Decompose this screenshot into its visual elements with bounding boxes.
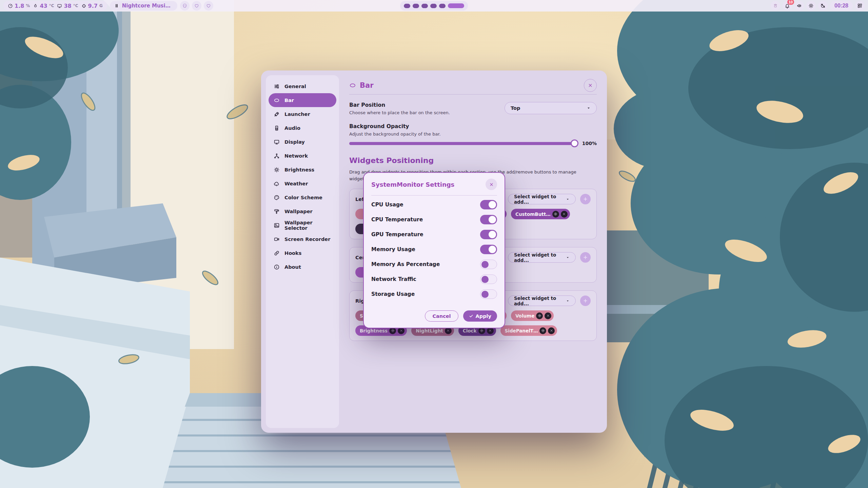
sidebar-item-audio[interactable]: Audio <box>269 121 336 135</box>
toggle-network-traffic[interactable] <box>480 274 497 284</box>
workspace-dot[interactable] <box>439 4 446 8</box>
chip-label: Volume <box>515 313 534 319</box>
chip-remove-button[interactable] <box>545 312 551 319</box>
media-player-pill[interactable]: Nightcore Music Mix 20… <box>110 1 177 11</box>
toggle-knob <box>489 231 496 238</box>
chip-settings-button[interactable] <box>539 327 546 334</box>
sidebar-item-label: Launcher <box>284 111 310 117</box>
toggle-label: CPU Usage <box>371 202 403 208</box>
gear-icon <box>541 329 545 332</box>
page-title: Bar <box>360 81 374 89</box>
toggle-gpu-temperature[interactable] <box>480 230 497 239</box>
toggle-memory-usage[interactable] <box>480 245 497 254</box>
sidebar-item-hooks[interactable]: Hooks <box>269 246 336 260</box>
sidebar-item-label: Wallpaper Selector <box>284 220 331 231</box>
sidebar-item-label: Wallpaper <box>284 209 313 214</box>
add-widget-select[interactable]: Select widget to add... <box>508 194 576 204</box>
notifications-button[interactable]: 10 <box>783 1 792 11</box>
bar-position-label: Bar Position <box>349 102 450 108</box>
heart-icon <box>194 3 199 8</box>
sidebar-item-screen-recorder[interactable]: Screen Recorder <box>269 232 336 246</box>
skull-icon <box>182 3 188 8</box>
system-stats-pill[interactable]: 1.8%43°C38°C9.7G <box>3 1 107 11</box>
toggle-storage-usage[interactable] <box>480 289 497 299</box>
add-widget-select[interactable]: Select widget to add... <box>508 296 576 306</box>
brightness-button[interactable] <box>806 1 816 11</box>
toggle-memory-as-percentage[interactable] <box>480 260 497 269</box>
workspace-dot[interactable] <box>430 4 437 8</box>
opacity-slider[interactable] <box>349 142 577 145</box>
toggle-label: Memory As Percentage <box>371 261 440 267</box>
workspace-active[interactable] <box>448 3 464 8</box>
toggle-cpu-usage[interactable] <box>480 200 497 209</box>
volume-icon <box>796 3 802 8</box>
add-widget-select[interactable]: Select widget to add... <box>508 252 576 263</box>
night-light-button[interactable] <box>818 1 828 11</box>
add-widget-button[interactable] <box>580 194 591 204</box>
paw-icon <box>773 3 778 8</box>
toggle-row-cpu-usage: CPU Usage <box>371 197 497 212</box>
widget-chip-volume[interactable]: Volume <box>511 310 554 321</box>
chip-remove-button[interactable] <box>561 211 568 218</box>
background-opacity-label: Background Opacity <box>349 123 597 129</box>
toggle-label: Memory Usage <box>371 246 415 252</box>
weather-icon <box>274 181 280 187</box>
chip-label: SidePanelT… <box>505 328 538 333</box>
top-bar-right: 10 00:28 <box>771 1 865 11</box>
workspace-dot[interactable] <box>404 4 410 8</box>
chip-settings-button[interactable] <box>536 312 543 319</box>
close-icon <box>446 329 450 332</box>
add-widget-button[interactable] <box>580 296 591 306</box>
apply-button[interactable]: Apply <box>463 310 497 322</box>
moon-off-icon <box>820 3 826 8</box>
sidebar-item-brightness[interactable]: Brightness <box>269 163 336 177</box>
sidebar-item-launcher[interactable]: Launcher <box>269 107 336 121</box>
system-stat: 9.7G <box>81 3 103 9</box>
sidebar-item-color-scheme[interactable]: Color Scheme <box>269 190 336 204</box>
clock[interactable]: 00:28 <box>830 1 853 11</box>
sidebar-item-label: Display <box>284 139 305 145</box>
sidebar-item-weather[interactable]: Weather <box>269 177 336 190</box>
sidebar-item-wallpaper-selector[interactable]: Wallpaper Selector <box>269 218 336 232</box>
sidebar-item-display[interactable]: Display <box>269 135 336 149</box>
widget-chip-custombutt-[interactable]: CustomButt… <box>511 209 570 219</box>
rocket-icon <box>274 111 280 117</box>
widget-chip-sidepanelt-[interactable]: SidePanelT… <box>500 325 557 336</box>
workspace-dot[interactable] <box>421 4 428 8</box>
heart-icon <box>206 3 211 8</box>
chip-settings-button[interactable] <box>552 211 559 218</box>
chip-remove-button[interactable] <box>548 327 555 334</box>
toggle-cpu-temperature[interactable] <box>480 215 497 224</box>
toggle-row-gpu-temperature: GPU Temperature <box>371 227 497 242</box>
window-close-button[interactable] <box>584 79 597 92</box>
sidebar-item-network[interactable]: Network <box>269 149 336 163</box>
toggle-label: Network Traffic <box>371 276 416 282</box>
volume-button[interactable] <box>794 1 804 11</box>
toggle-knob <box>481 276 489 283</box>
sidebar-item-bar[interactable]: Bar <box>269 93 336 107</box>
bar-position-description: Choose where to place the bar on the scr… <box>349 110 450 115</box>
toggle-knob <box>481 261 489 268</box>
bar-position-select[interactable]: Top <box>505 102 597 114</box>
bar-pill-icon <box>349 82 356 89</box>
dashboard-button[interactable] <box>855 1 865 11</box>
sidebar-item-general[interactable]: General <box>269 79 336 93</box>
header-divider <box>349 94 597 95</box>
heart-button-1[interactable] <box>192 1 201 11</box>
cancel-button[interactable]: Cancel <box>425 310 458 322</box>
sidebar-item-wallpaper[interactable]: Wallpaper <box>269 204 336 218</box>
add-widget-placeholder: Select widget to add... <box>514 252 566 263</box>
stat-unit: °C <box>73 3 78 8</box>
heart-button-2[interactable] <box>204 1 213 11</box>
sidebar-item-about[interactable]: About <box>269 260 336 274</box>
add-widget-button[interactable] <box>580 252 591 263</box>
opacity-slider-thumb[interactable] <box>571 140 578 147</box>
workspace-dot[interactable] <box>413 4 419 8</box>
toggle-row-network-traffic: Network Traffic <box>371 272 497 287</box>
modal-close-button[interactable] <box>486 179 497 190</box>
tray-app-button[interactable] <box>771 1 780 11</box>
skull-button[interactable] <box>180 1 190 11</box>
background-opacity-block: Background Opacity Adjust the background… <box>349 123 597 146</box>
toggle-knob <box>489 201 496 208</box>
video-camera-icon <box>274 236 280 242</box>
